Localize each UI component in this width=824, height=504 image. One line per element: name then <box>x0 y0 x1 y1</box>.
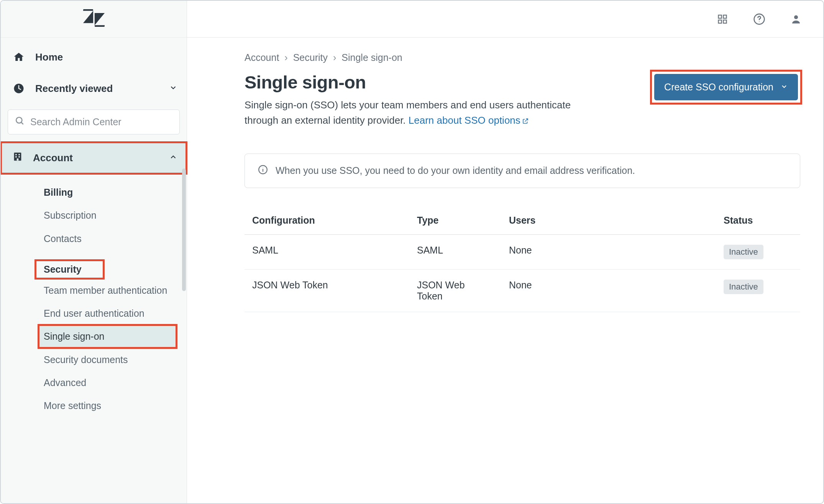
cell-type: JSON Web Token <box>417 280 482 302</box>
svg-rect-5 <box>18 154 20 155</box>
sidebar-section-account[interactable]: Account <box>1 142 187 174</box>
sidebar-item-sso[interactable]: Single sign-on <box>38 325 177 348</box>
nav-recently-viewed[interactable]: Recently viewed <box>1 73 187 104</box>
svg-point-15 <box>794 15 798 19</box>
main: Account › Security › Single sign-on Sing… <box>187 1 823 503</box>
create-sso-label: Create SSO configuration <box>664 82 773 93</box>
info-banner-text: When you use SSO, you need to do your ow… <box>276 165 635 176</box>
clock-icon <box>12 82 25 95</box>
cell-config: SAML <box>252 245 417 256</box>
sidebar-group-security[interactable]: Security <box>35 260 104 279</box>
nav-home[interactable]: Home <box>1 41 187 73</box>
breadcrumb-sso[interactable]: Single sign-on <box>341 52 402 63</box>
chevron-down-icon <box>780 82 788 93</box>
sidebar-item-contacts[interactable]: Contacts <box>1 227 187 250</box>
nav-home-label: Home <box>35 51 63 63</box>
svg-rect-8 <box>17 159 19 161</box>
cell-users: None <box>509 245 724 256</box>
sidebar-item-billing[interactable]: Billing <box>1 181 187 204</box>
search-icon <box>15 116 25 128</box>
cell-users: None <box>509 280 724 291</box>
breadcrumb: Account › Security › Single sign-on <box>245 52 800 63</box>
sidebar-item-subscription[interactable]: Subscription <box>1 204 187 227</box>
chevron-right-icon: › <box>284 52 287 63</box>
chevron-up-icon <box>169 152 177 164</box>
svg-rect-11 <box>719 20 722 23</box>
svg-point-1 <box>16 117 22 123</box>
svg-point-18 <box>263 167 263 168</box>
nav-recent-label: Recently viewed <box>35 83 113 95</box>
status-badge: Inactive <box>724 245 763 259</box>
svg-rect-9 <box>719 15 722 18</box>
apps-icon[interactable] <box>716 13 729 26</box>
create-sso-highlight: Create SSO configuration <box>652 72 800 103</box>
brand-logo <box>1 1 187 38</box>
sidebar-subnav: Billing Subscription Contacts Security T… <box>1 174 187 421</box>
svg-line-2 <box>21 122 23 124</box>
sidebar: Home Recently viewed <box>1 1 187 503</box>
table-row[interactable]: JSON Web Token JSON Web Token None Inact… <box>245 270 800 312</box>
chevron-right-icon: › <box>333 52 336 63</box>
col-header-type: Type <box>417 215 509 226</box>
cell-config: JSON Web Token <box>252 280 417 291</box>
table-row[interactable]: SAML SAML None Inactive <box>245 235 800 270</box>
info-banner: When you use SSO, you need to do your ow… <box>245 154 800 188</box>
sidebar-item-security-docs[interactable]: Security documents <box>1 348 187 371</box>
status-badge: Inactive <box>724 280 763 294</box>
sidebar-item-more-settings[interactable]: More settings <box>1 394 187 417</box>
sidebar-item-advanced[interactable]: Advanced <box>1 371 187 394</box>
search-input[interactable] <box>30 116 172 128</box>
svg-point-14 <box>759 21 760 22</box>
col-header-users: Users <box>509 215 724 226</box>
cell-type: SAML <box>417 245 509 256</box>
topbar <box>187 1 823 38</box>
create-sso-button[interactable]: Create SSO configuration <box>654 74 798 100</box>
page-title: Single sign-on <box>245 72 574 93</box>
learn-sso-link[interactable]: Learn about SSO options <box>409 115 529 126</box>
svg-rect-10 <box>723 15 726 18</box>
breadcrumb-account[interactable]: Account <box>245 52 279 63</box>
sso-config-table: Configuration Type Users Status SAML SAM… <box>245 206 800 312</box>
svg-rect-4 <box>15 154 17 155</box>
info-icon <box>258 165 268 177</box>
sidebar-item-enduser-auth[interactable]: End user authentication <box>1 302 187 325</box>
profile-icon[interactable] <box>790 13 803 26</box>
zendesk-logo-icon <box>82 9 105 29</box>
home-icon <box>12 51 25 64</box>
svg-rect-7 <box>18 156 20 158</box>
chevron-down-icon <box>169 83 177 95</box>
building-icon <box>12 151 23 165</box>
help-icon[interactable] <box>753 13 766 26</box>
learn-sso-link-text: Learn about SSO options <box>409 115 520 126</box>
table-header: Configuration Type Users Status <box>245 206 800 235</box>
col-header-status: Status <box>724 215 793 226</box>
svg-rect-12 <box>723 20 726 23</box>
content: Account › Security › Single sign-on Sing… <box>187 38 823 503</box>
svg-rect-6 <box>15 156 17 158</box>
page-description: Single sign-on (SSO) lets your team memb… <box>245 97 574 129</box>
sidebar-section-label: Account <box>33 152 73 164</box>
col-header-config: Configuration <box>252 215 417 226</box>
breadcrumb-security[interactable]: Security <box>293 52 328 63</box>
external-link-icon <box>522 113 529 129</box>
search-input-wrap[interactable] <box>8 110 180 134</box>
sidebar-item-team-auth[interactable]: Team member authentication <box>1 279 187 302</box>
sidebar-scrollbar[interactable] <box>182 169 186 291</box>
